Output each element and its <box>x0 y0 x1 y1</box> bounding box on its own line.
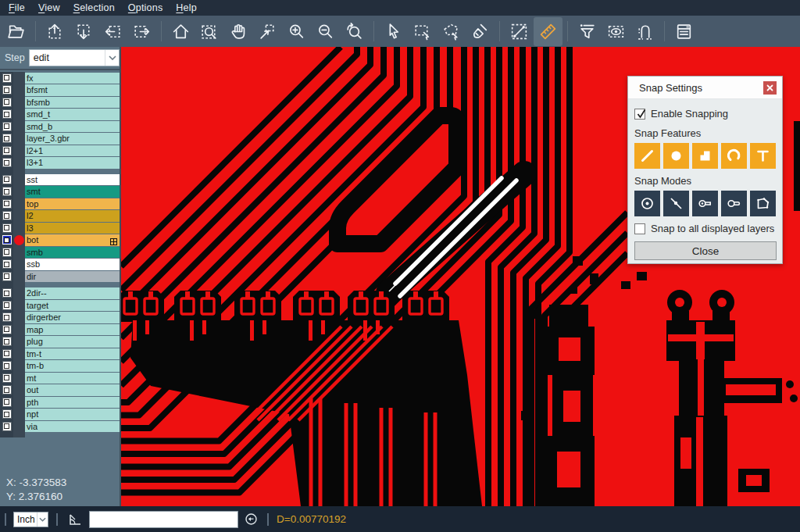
layer-row-ssb[interactable]: ssb <box>0 259 120 271</box>
layer-row-dirgerber[interactable]: dirgerber <box>0 312 120 324</box>
toolbar-pan-down-icon[interactable] <box>70 17 98 46</box>
menu-help[interactable]: Help <box>176 2 197 13</box>
layer-label[interactable]: via <box>25 421 120 433</box>
layer-checkbox[interactable] <box>2 349 12 359</box>
layer-label[interactable]: npt <box>25 409 120 420</box>
layer-checkbox[interactable] <box>2 73 12 83</box>
angle-measure-icon[interactable] <box>66 511 84 528</box>
toolbar-view-eye-icon[interactable] <box>602 17 630 46</box>
close-button[interactable]: Close <box>634 241 777 260</box>
snap-mode-pad-button[interactable] <box>721 191 747 216</box>
layer-label[interactable]: smd_t <box>25 109 120 120</box>
layer-checkbox[interactable] <box>2 385 12 395</box>
layer-row-bot[interactable]: bot <box>0 234 120 247</box>
layer-label[interactable]: smt <box>25 186 120 198</box>
layer-label[interactable]: map <box>25 324 120 336</box>
layer-row-npt[interactable]: npt <box>0 409 120 421</box>
layer-label[interactable]: 2dir-- <box>25 287 120 299</box>
layer-row-top[interactable]: top <box>0 198 120 210</box>
layer-checkbox[interactable] <box>2 187 12 196</box>
layer-checkbox[interactable] <box>2 301 12 310</box>
snap-mode-closest-button[interactable] <box>663 191 689 216</box>
layer-label[interactable]: top <box>25 198 120 210</box>
toolbar-pan-right-icon[interactable] <box>127 17 156 46</box>
snap-feature-line-button[interactable] <box>634 143 660 169</box>
units-select[interactable]: Inch <box>13 512 48 527</box>
toolbar-filter-icon[interactable] <box>573 17 602 46</box>
layer-row-out[interactable]: out <box>0 384 120 397</box>
layer-label[interactable]: plug <box>25 336 120 348</box>
layer-label[interactable]: mt <box>25 373 120 384</box>
snap-mode-center-button[interactable] <box>634 191 660 216</box>
layer-row-l3[interactable]: l3 <box>0 222 120 234</box>
layer-checkbox[interactable] <box>2 325 12 334</box>
layer-label[interactable]: bot <box>25 234 120 246</box>
toolbar-home-icon[interactable] <box>166 17 195 46</box>
layer-row-smt[interactable]: smt <box>0 186 120 198</box>
toolbar-select-poly-icon[interactable] <box>437 17 466 46</box>
layer-checkbox[interactable] <box>2 235 12 245</box>
layer-checkbox[interactable] <box>2 109 12 119</box>
toolbar-pan-left-icon[interactable] <box>98 17 127 46</box>
layer-checkbox[interactable] <box>2 422 12 431</box>
layer-label[interactable]: bfsmb <box>25 97 120 109</box>
layer-checkbox[interactable] <box>2 409 12 419</box>
layer-row-sst[interactable]: sst <box>0 173 120 186</box>
layer-checkbox[interactable] <box>2 312 12 322</box>
measure-input[interactable] <box>89 511 238 528</box>
dialog-close-button[interactable] <box>763 81 777 95</box>
layer-row-target[interactable]: target <box>0 299 120 312</box>
layer-row-l2[interactable]: l2 <box>0 210 120 223</box>
enable-snapping-checkbox[interactable] <box>634 109 645 120</box>
layer-label[interactable]: pth <box>25 397 120 409</box>
layer-checkbox[interactable] <box>2 122 12 131</box>
layer-label[interactable]: smd_b <box>25 121 120 133</box>
layer-label[interactable]: out <box>25 384 120 396</box>
layer-row-map[interactable]: map <box>0 323 120 336</box>
layer-checkbox[interactable] <box>2 175 12 184</box>
toolbar-zoom-window-icon[interactable] <box>195 17 224 46</box>
toolbar-zoom-object-icon[interactable] <box>253 17 282 46</box>
layer-row-smb[interactable]: smb <box>0 246 120 259</box>
layer-row-smd_b[interactable]: smd_b <box>0 120 120 133</box>
toolbar-zoom-previous-icon[interactable] <box>340 17 369 46</box>
layer-label[interactable]: sst <box>25 174 120 186</box>
snap-all-layers-row[interactable]: Snap to all displayed layers <box>634 223 776 234</box>
snap-feature-circle-button[interactable] <box>663 143 689 169</box>
layer-row-l2+1[interactable]: l2+1 <box>0 145 120 157</box>
layer-row-fx[interactable]: fx <box>0 72 120 84</box>
layer-checkbox[interactable] <box>2 199 12 209</box>
layer-checkbox[interactable] <box>2 223 12 233</box>
toolbar-pan-up-icon[interactable] <box>41 17 70 46</box>
snap-feature-text-button[interactable] <box>750 143 776 169</box>
snap-feature-arc-button[interactable] <box>721 143 747 169</box>
layer-row-plug[interactable]: plug <box>0 336 120 348</box>
toolbar-clear-brush-icon[interactable] <box>466 17 495 46</box>
layer-checkbox[interactable] <box>2 288 12 298</box>
toolbar-open-folder-icon[interactable] <box>2 17 30 46</box>
toolbar-zoom-out-icon[interactable] <box>311 17 340 46</box>
toolbar-measure-ruler-icon[interactable] <box>534 17 562 46</box>
snap-mode-pad-hole-button[interactable] <box>692 191 718 216</box>
layer-row-l3+1[interactable]: l3+1 <box>0 157 120 170</box>
layer-row-tm-t[interactable]: tm-t <box>0 348 120 360</box>
toolbar-report-doc-icon[interactable] <box>670 17 698 46</box>
menu-selection[interactable]: Selection <box>73 2 115 13</box>
layer-label[interactable]: dirgerber <box>25 312 120 323</box>
toolbar-zoom-in-icon[interactable] <box>282 17 311 46</box>
layer-label[interactable]: bfsmt <box>25 84 120 96</box>
layer-row-layer_3.gbr[interactable]: layer_3.gbr <box>0 133 120 145</box>
layer-row-mt[interactable]: mt <box>0 372 120 384</box>
layer-label[interactable]: l2 <box>25 210 120 222</box>
layer-checkbox[interactable] <box>2 85 12 95</box>
layer-row-tm-b[interactable]: tm-b <box>0 360 120 373</box>
layer-checkbox[interactable] <box>2 272 12 281</box>
layer-label[interactable]: l2+1 <box>25 145 120 157</box>
toolbar-pan-hand-icon[interactable] <box>224 17 253 46</box>
layer-label[interactable]: layer_3.gbr <box>25 133 120 145</box>
layer-label[interactable]: smb <box>25 247 120 259</box>
layer-row-bfsmb[interactable]: bfsmb <box>0 96 120 109</box>
layer-row-2dir--[interactable]: 2dir-- <box>0 287 120 300</box>
layer-label[interactable]: l3 <box>25 223 120 234</box>
layer-label[interactable]: tm-t <box>25 348 120 360</box>
